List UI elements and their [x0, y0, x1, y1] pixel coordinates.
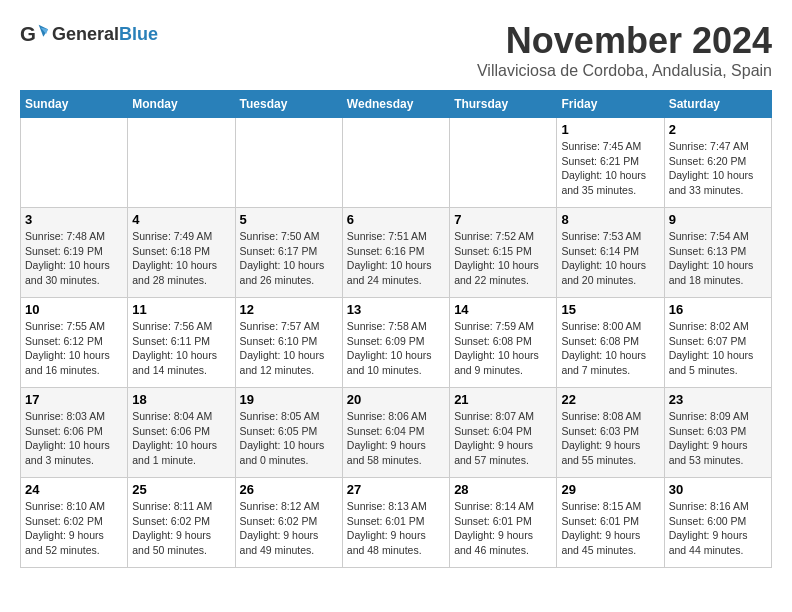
day-cell: 14Sunrise: 7:59 AM Sunset: 6:08 PM Dayli…: [450, 298, 557, 388]
day-number: 28: [454, 482, 552, 497]
week-row-4: 24Sunrise: 8:10 AM Sunset: 6:02 PM Dayli…: [21, 478, 772, 568]
day-number: 4: [132, 212, 230, 227]
day-number: 27: [347, 482, 445, 497]
day-info: Sunrise: 7:55 AM Sunset: 6:12 PM Dayligh…: [25, 319, 123, 378]
day-info: Sunrise: 7:45 AM Sunset: 6:21 PM Dayligh…: [561, 139, 659, 198]
weekday-sunday: Sunday: [21, 91, 128, 118]
day-info: Sunrise: 7:54 AM Sunset: 6:13 PM Dayligh…: [669, 229, 767, 288]
calendar-header: SundayMondayTuesdayWednesdayThursdayFrid…: [21, 91, 772, 118]
day-cell: 8Sunrise: 7:53 AM Sunset: 6:14 PM Daylig…: [557, 208, 664, 298]
logo-general: General: [52, 24, 119, 44]
day-number: 16: [669, 302, 767, 317]
day-info: Sunrise: 8:11 AM Sunset: 6:02 PM Dayligh…: [132, 499, 230, 558]
day-number: 3: [25, 212, 123, 227]
day-cell: 25Sunrise: 8:11 AM Sunset: 6:02 PM Dayli…: [128, 478, 235, 568]
day-cell: 30Sunrise: 8:16 AM Sunset: 6:00 PM Dayli…: [664, 478, 771, 568]
day-info: Sunrise: 8:07 AM Sunset: 6:04 PM Dayligh…: [454, 409, 552, 468]
day-info: Sunrise: 7:56 AM Sunset: 6:11 PM Dayligh…: [132, 319, 230, 378]
day-cell: [235, 118, 342, 208]
day-cell: 10Sunrise: 7:55 AM Sunset: 6:12 PM Dayli…: [21, 298, 128, 388]
location-subtitle: Villaviciosa de Cordoba, Andalusia, Spai…: [477, 62, 772, 80]
day-cell: 28Sunrise: 8:14 AM Sunset: 6:01 PM Dayli…: [450, 478, 557, 568]
day-cell: 21Sunrise: 8:07 AM Sunset: 6:04 PM Dayli…: [450, 388, 557, 478]
day-cell: 7Sunrise: 7:52 AM Sunset: 6:15 PM Daylig…: [450, 208, 557, 298]
day-number: 8: [561, 212, 659, 227]
week-row-1: 3Sunrise: 7:48 AM Sunset: 6:19 PM Daylig…: [21, 208, 772, 298]
day-info: Sunrise: 8:04 AM Sunset: 6:06 PM Dayligh…: [132, 409, 230, 468]
day-cell: 16Sunrise: 8:02 AM Sunset: 6:07 PM Dayli…: [664, 298, 771, 388]
day-info: Sunrise: 7:53 AM Sunset: 6:14 PM Dayligh…: [561, 229, 659, 288]
day-info: Sunrise: 8:16 AM Sunset: 6:00 PM Dayligh…: [669, 499, 767, 558]
day-info: Sunrise: 8:13 AM Sunset: 6:01 PM Dayligh…: [347, 499, 445, 558]
day-info: Sunrise: 7:48 AM Sunset: 6:19 PM Dayligh…: [25, 229, 123, 288]
day-number: 25: [132, 482, 230, 497]
day-cell: 2Sunrise: 7:47 AM Sunset: 6:20 PM Daylig…: [664, 118, 771, 208]
day-info: Sunrise: 8:03 AM Sunset: 6:06 PM Dayligh…: [25, 409, 123, 468]
day-info: Sunrise: 7:47 AM Sunset: 6:20 PM Dayligh…: [669, 139, 767, 198]
logo-icon: G: [20, 20, 48, 48]
week-row-3: 17Sunrise: 8:03 AM Sunset: 6:06 PM Dayli…: [21, 388, 772, 478]
logo: G GeneralBlue: [20, 20, 158, 48]
day-cell: 3Sunrise: 7:48 AM Sunset: 6:19 PM Daylig…: [21, 208, 128, 298]
day-info: Sunrise: 8:06 AM Sunset: 6:04 PM Dayligh…: [347, 409, 445, 468]
day-cell: 6Sunrise: 7:51 AM Sunset: 6:16 PM Daylig…: [342, 208, 449, 298]
day-info: Sunrise: 8:09 AM Sunset: 6:03 PM Dayligh…: [669, 409, 767, 468]
week-row-2: 10Sunrise: 7:55 AM Sunset: 6:12 PM Dayli…: [21, 298, 772, 388]
day-number: 17: [25, 392, 123, 407]
day-cell: 20Sunrise: 8:06 AM Sunset: 6:04 PM Dayli…: [342, 388, 449, 478]
day-cell: 12Sunrise: 7:57 AM Sunset: 6:10 PM Dayli…: [235, 298, 342, 388]
day-cell: 11Sunrise: 7:56 AM Sunset: 6:11 PM Dayli…: [128, 298, 235, 388]
weekday-monday: Monday: [128, 91, 235, 118]
logo-blue: Blue: [119, 24, 158, 44]
day-info: Sunrise: 8:08 AM Sunset: 6:03 PM Dayligh…: [561, 409, 659, 468]
day-number: 20: [347, 392, 445, 407]
day-info: Sunrise: 7:49 AM Sunset: 6:18 PM Dayligh…: [132, 229, 230, 288]
day-number: 15: [561, 302, 659, 317]
day-cell: 4Sunrise: 7:49 AM Sunset: 6:18 PM Daylig…: [128, 208, 235, 298]
day-number: 11: [132, 302, 230, 317]
day-cell: [450, 118, 557, 208]
day-cell: 9Sunrise: 7:54 AM Sunset: 6:13 PM Daylig…: [664, 208, 771, 298]
day-number: 1: [561, 122, 659, 137]
day-cell: 22Sunrise: 8:08 AM Sunset: 6:03 PM Dayli…: [557, 388, 664, 478]
day-cell: 29Sunrise: 8:15 AM Sunset: 6:01 PM Dayli…: [557, 478, 664, 568]
svg-text:G: G: [20, 22, 36, 45]
day-cell: [128, 118, 235, 208]
weekday-wednesday: Wednesday: [342, 91, 449, 118]
day-number: 2: [669, 122, 767, 137]
day-cell: 13Sunrise: 7:58 AM Sunset: 6:09 PM Dayli…: [342, 298, 449, 388]
day-info: Sunrise: 8:02 AM Sunset: 6:07 PM Dayligh…: [669, 319, 767, 378]
weekday-saturday: Saturday: [664, 91, 771, 118]
month-title: November 2024: [477, 20, 772, 62]
day-number: 7: [454, 212, 552, 227]
day-cell: 18Sunrise: 8:04 AM Sunset: 6:06 PM Dayli…: [128, 388, 235, 478]
day-info: Sunrise: 8:12 AM Sunset: 6:02 PM Dayligh…: [240, 499, 338, 558]
day-info: Sunrise: 8:14 AM Sunset: 6:01 PM Dayligh…: [454, 499, 552, 558]
day-info: Sunrise: 7:57 AM Sunset: 6:10 PM Dayligh…: [240, 319, 338, 378]
day-info: Sunrise: 7:59 AM Sunset: 6:08 PM Dayligh…: [454, 319, 552, 378]
day-info: Sunrise: 8:00 AM Sunset: 6:08 PM Dayligh…: [561, 319, 659, 378]
day-cell: 27Sunrise: 8:13 AM Sunset: 6:01 PM Dayli…: [342, 478, 449, 568]
day-info: Sunrise: 7:50 AM Sunset: 6:17 PM Dayligh…: [240, 229, 338, 288]
calendar-table: SundayMondayTuesdayWednesdayThursdayFrid…: [20, 90, 772, 568]
day-number: 9: [669, 212, 767, 227]
day-number: 21: [454, 392, 552, 407]
day-cell: 24Sunrise: 8:10 AM Sunset: 6:02 PM Dayli…: [21, 478, 128, 568]
day-cell: 26Sunrise: 8:12 AM Sunset: 6:02 PM Dayli…: [235, 478, 342, 568]
day-number: 5: [240, 212, 338, 227]
day-cell: [342, 118, 449, 208]
day-number: 10: [25, 302, 123, 317]
day-number: 13: [347, 302, 445, 317]
day-number: 14: [454, 302, 552, 317]
day-number: 26: [240, 482, 338, 497]
day-info: Sunrise: 8:10 AM Sunset: 6:02 PM Dayligh…: [25, 499, 123, 558]
day-info: Sunrise: 7:52 AM Sunset: 6:15 PM Dayligh…: [454, 229, 552, 288]
day-cell: 19Sunrise: 8:05 AM Sunset: 6:05 PM Dayli…: [235, 388, 342, 478]
day-number: 18: [132, 392, 230, 407]
day-info: Sunrise: 8:05 AM Sunset: 6:05 PM Dayligh…: [240, 409, 338, 468]
day-number: 22: [561, 392, 659, 407]
day-info: Sunrise: 7:58 AM Sunset: 6:09 PM Dayligh…: [347, 319, 445, 378]
day-number: 6: [347, 212, 445, 227]
day-number: 30: [669, 482, 767, 497]
weekday-thursday: Thursday: [450, 91, 557, 118]
